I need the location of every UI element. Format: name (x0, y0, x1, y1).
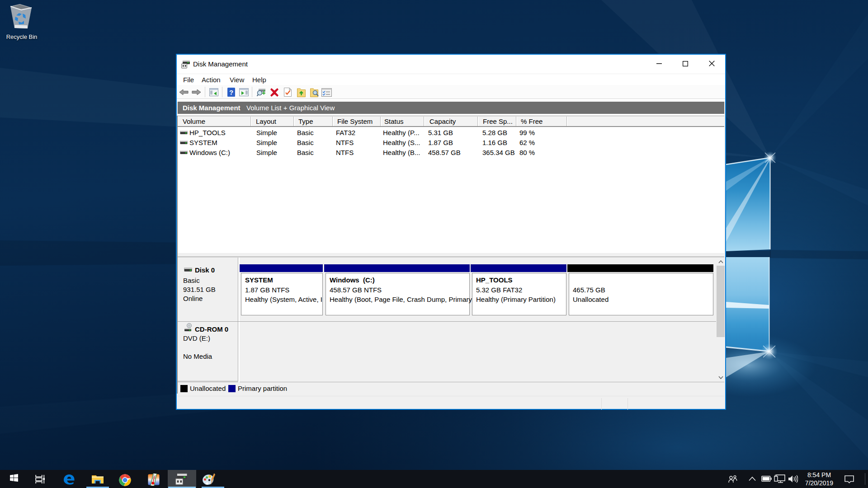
svg-text:?: ? (229, 89, 233, 96)
